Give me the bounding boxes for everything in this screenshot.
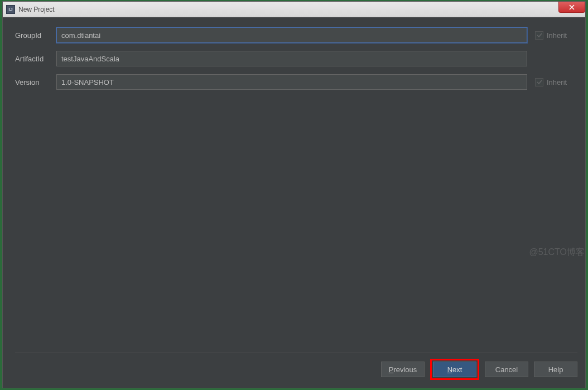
groupid-inherit-checkbox [535, 31, 543, 40]
groupid-inherit: Inherit [535, 31, 577, 40]
check-icon [537, 32, 542, 38]
artifactid-input[interactable] [56, 51, 527, 66]
cancel-button[interactable]: Cancel [485, 362, 528, 377]
version-label: Version [15, 78, 49, 86]
previous-button[interactable]: Previous [381, 362, 425, 377]
version-row: Version Inherit [15, 74, 577, 90]
previous-rest: revious [393, 365, 417, 374]
artifactid-label: ArtifactId [15, 55, 49, 63]
version-inherit-checkbox [535, 78, 543, 86]
close-button[interactable] [558, 2, 585, 13]
groupid-row: GroupId Inherit [15, 27, 577, 43]
groupid-input[interactable] [56, 27, 527, 43]
groupid-label: GroupId [15, 31, 49, 40]
next-button[interactable]: Next [433, 362, 476, 377]
title-bar: IJ New Project [3, 2, 585, 17]
help-button[interactable]: Help [534, 362, 577, 377]
app-icon: IJ [6, 5, 15, 14]
version-input[interactable] [56, 74, 527, 90]
check-icon [537, 79, 542, 85]
dialog-footer: Previous Next Cancel Help [15, 353, 577, 381]
dialog-content: GroupId Inherit ArtifactId Version Inher… [3, 17, 585, 388]
artifactid-row: ArtifactId [15, 51, 577, 66]
version-inherit-label: Inherit [547, 78, 567, 86]
window-title: New Project [18, 6, 55, 13]
next-highlight: Next [430, 359, 479, 380]
close-icon [569, 4, 575, 10]
groupid-inherit-label: Inherit [547, 31, 567, 40]
new-project-dialog: IJ New Project GroupId Inherit ArtifactI… [2, 1, 586, 388]
next-rest: ext [452, 365, 462, 374]
content-spacer [15, 98, 577, 353]
version-inherit: Inherit [535, 78, 577, 86]
